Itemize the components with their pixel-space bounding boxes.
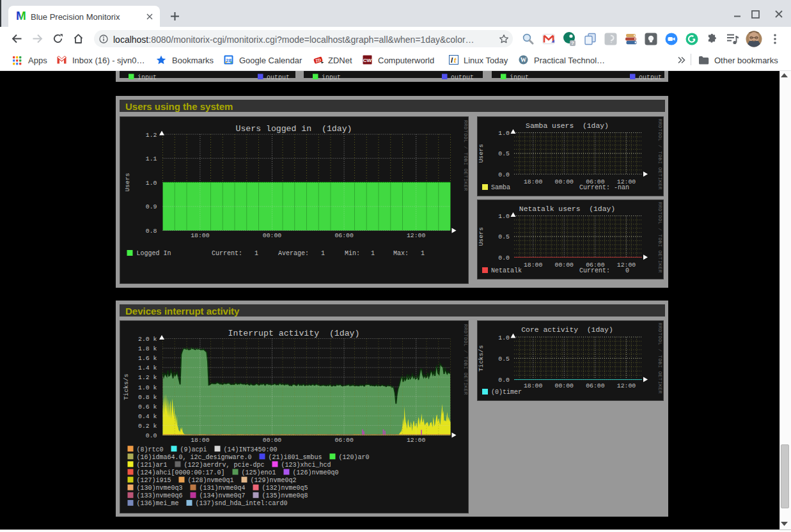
svg-text:Interrupt activity (1day): Interrupt activity (1day) xyxy=(228,329,360,338)
svg-text:1.0: 1.0 xyxy=(498,130,510,137)
svg-text:(121)ar1: (121)ar1 xyxy=(137,461,168,468)
svg-text:(127)i915: (127)i915 xyxy=(137,477,171,484)
svg-text:00:00: 00:00 xyxy=(554,382,574,389)
svg-text:(16)idma64.0, i2c_designware.0: (16)idma64.0, i2c_designware.0 xyxy=(137,453,252,460)
svg-text:1: 1 xyxy=(321,250,325,257)
svg-text:(132)nvme0q5: (132)nvme0q5 xyxy=(262,485,308,492)
svg-text:0.5: 0.5 xyxy=(498,355,510,362)
svg-text:(131)nvme0q4: (131)nvme0q4 xyxy=(200,485,246,492)
svg-text:Users logged in (1day): Users logged in (1day) xyxy=(235,124,352,134)
svg-text:1.2 k: 1.2 k xyxy=(138,374,157,381)
svg-text:(124)ahci[0000:00:17.0]: (124)ahci[0000:00:17.0] xyxy=(137,469,225,476)
svg-text:00:00: 00:00 xyxy=(554,261,574,268)
svg-text:0.8: 0.8 xyxy=(146,228,157,235)
svg-text:1.4 k: 1.4 k xyxy=(138,364,157,372)
svg-text:input: input xyxy=(322,74,341,81)
svg-text:1.0: 1.0 xyxy=(498,213,510,220)
svg-text:(21)i801_smbus: (21)i801_smbus xyxy=(269,453,322,460)
svg-text:(129)nvme0q2: (129)nvme0q2 xyxy=(251,477,297,484)
svg-text:(133)nvme0q6: (133)nvme0q6 xyxy=(137,492,183,499)
svg-text:Users: Users xyxy=(124,173,131,192)
svg-text:Users: Users xyxy=(478,144,485,163)
svg-text:1.2: 1.2 xyxy=(146,131,157,138)
svg-text:?: ? xyxy=(571,40,574,46)
svg-text:1.8 k: 1.8 k xyxy=(138,345,157,352)
svg-text:output: output xyxy=(267,74,290,81)
svg-text:Users: Users xyxy=(478,227,485,246)
svg-text:1: 1 xyxy=(421,250,425,257)
svg-text:(137)snd_hda_intel:card0: (137)snd_hda_intel:card0 xyxy=(196,500,288,507)
svg-text:12:00: 12:00 xyxy=(407,436,426,443)
svg-text:(126)nvme0q0: (126)nvme0q0 xyxy=(293,469,339,476)
svg-text:(136)mei_me: (136)mei_me xyxy=(137,500,179,507)
svg-text:0.5: 0.5 xyxy=(498,233,510,240)
svg-text:0.5: 0.5 xyxy=(498,150,510,157)
svg-text:Ticks/s: Ticks/s xyxy=(123,373,130,400)
svg-text:06:00: 06:00 xyxy=(586,382,605,389)
svg-text:Samba users (1day): Samba users (1day) xyxy=(526,121,609,129)
svg-text:(9)acpi: (9)acpi xyxy=(180,446,207,453)
svg-text:0.0: 0.0 xyxy=(498,254,510,261)
svg-text:00:00: 00:00 xyxy=(263,231,282,239)
svg-text:(120)ar0: (120)ar0 xyxy=(339,453,370,460)
svg-text:Max:: Max: xyxy=(393,250,409,257)
svg-text:18:00: 18:00 xyxy=(523,178,542,185)
svg-text:0.4 k: 0.4 k xyxy=(138,412,157,419)
svg-text:CW: CW xyxy=(363,58,372,63)
svg-text:0.2 k: 0.2 k xyxy=(138,422,157,429)
svg-text:Average:: Average: xyxy=(278,250,309,257)
svg-text:(130)nvme0q3: (130)nvme0q3 xyxy=(137,485,183,492)
svg-text:(8)rtc0: (8)rtc0 xyxy=(137,446,164,453)
svg-text:12:00: 12:00 xyxy=(616,382,636,389)
svg-text:input: input xyxy=(137,74,157,81)
svg-text:18:00: 18:00 xyxy=(523,382,542,389)
svg-text:(0)timer: (0)timer xyxy=(491,389,522,396)
svg-text:(122)aerdrv, pcie-dpc: (122)aerdrv, pcie-dpc xyxy=(184,461,265,468)
svg-text:W: W xyxy=(521,57,527,63)
svg-text:RRDTOOL / TOBI OETIKER: RRDTOOL / TOBI OETIKER xyxy=(657,202,662,273)
svg-text:18:00: 18:00 xyxy=(523,261,542,268)
svg-text:(134)nvme0q7: (134)nvme0q7 xyxy=(200,492,246,499)
svg-text:06:00: 06:00 xyxy=(334,231,354,239)
svg-text:Logged In: Logged In xyxy=(137,250,171,257)
svg-text:RRDTOOL / TOBI OETIKER: RRDTOOL / TOBI OETIKER xyxy=(657,119,662,190)
svg-text:Min:: Min: xyxy=(345,250,360,257)
svg-text:0.8 k: 0.8 k xyxy=(138,393,157,400)
svg-text:1.0: 1.0 xyxy=(498,334,510,341)
svg-text:RRDTOOL / TOBI OETIKER: RRDTOOL / TOBI OETIKER xyxy=(463,324,468,395)
svg-text:input: input xyxy=(510,74,529,81)
svg-text:Netatalk users (1day): Netatalk users (1day) xyxy=(519,205,615,212)
svg-text:(14)INT3450:00: (14)INT3450:00 xyxy=(224,446,278,453)
svg-text:RRDTOOL / TOBI OETIKER: RRDTOOL / TOBI OETIKER xyxy=(463,120,468,191)
svg-text:06:00: 06:00 xyxy=(334,436,354,443)
svg-text:(135)nvme0q8: (135)nvme0q8 xyxy=(262,492,308,499)
svg-text:18:00: 18:00 xyxy=(191,231,210,239)
svg-text:00:00: 00:00 xyxy=(263,436,282,443)
svg-text:Current: -nan: Current: -nan xyxy=(579,184,629,191)
svg-text:1: 1 xyxy=(255,250,258,257)
svg-text:1.0: 1.0 xyxy=(146,179,157,186)
svg-text:Netatalk: Netatalk xyxy=(491,267,522,274)
svg-text:output: output xyxy=(451,74,474,81)
svg-text:0.9: 0.9 xyxy=(146,203,157,210)
svg-text:Current: 0: Current: 0 xyxy=(579,267,629,274)
svg-text:1.0 k: 1.0 k xyxy=(138,384,157,391)
svg-text:18:00: 18:00 xyxy=(191,436,210,443)
svg-text:output: output xyxy=(639,74,662,81)
svg-text:Current:: Current: xyxy=(212,250,242,257)
svg-text:2.0 k: 2.0 k xyxy=(138,336,157,343)
svg-text:1: 1 xyxy=(371,250,375,257)
svg-text:(125)eno1: (125)eno1 xyxy=(242,469,276,476)
svg-text:Core activity (1day): Core activity (1day) xyxy=(521,326,613,334)
svg-text:00:00: 00:00 xyxy=(554,178,574,185)
svg-text:1.1: 1.1 xyxy=(146,155,157,162)
svg-text:1.6 k: 1.6 k xyxy=(138,355,157,362)
svg-text:RRDTOOL / TOBI OETIKER: RRDTOOL / TOBI OETIKER xyxy=(657,323,662,394)
svg-text:0.0: 0.0 xyxy=(146,432,157,439)
svg-text:Ticks/s: Ticks/s xyxy=(478,345,485,371)
svg-text:(128)nvme0q1: (128)nvme0q1 xyxy=(188,477,234,484)
svg-text:0.0: 0.0 xyxy=(498,377,510,384)
svg-text:0.6 k: 0.6 k xyxy=(138,403,157,410)
svg-text:0.0: 0.0 xyxy=(498,171,510,178)
svg-text:Samba: Samba xyxy=(491,184,510,191)
